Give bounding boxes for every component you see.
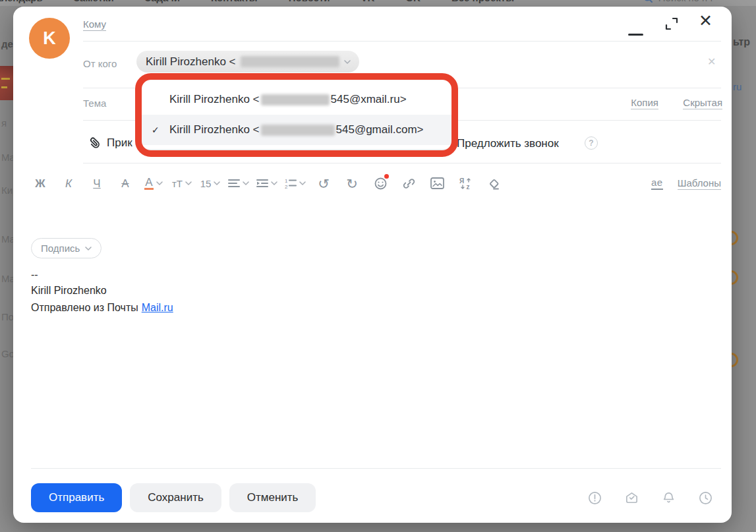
- redo-button[interactable]: ↻: [341, 173, 363, 194]
- link-icon: [402, 177, 416, 191]
- chevron-down-icon: [156, 181, 163, 185]
- image-icon: [430, 177, 444, 190]
- chevron-down-icon: [344, 60, 351, 64]
- footer-buttons: Отправить Сохранить Отменить: [31, 483, 316, 512]
- insert-image-button[interactable]: [426, 173, 448, 194]
- from-option-prefix: Kirill Pirozhenko <: [169, 93, 260, 106]
- text-color-button[interactable]: A: [142, 173, 165, 194]
- save-button[interactable]: Сохранить: [130, 483, 221, 512]
- importance-button[interactable]: [587, 490, 602, 506]
- font-size-button[interactable]: 15: [199, 173, 221, 194]
- compose-window: K Кому ✕ От кого Kirill Pirozhenko < ✕ Т…: [13, 7, 732, 523]
- bg-fragment: я: [1, 117, 7, 129]
- bg-ad-banner: [0, 66, 13, 100]
- emoji-button[interactable]: [369, 173, 392, 194]
- to-field-label[interactable]: Кому: [83, 18, 106, 31]
- masked-email: [241, 56, 339, 67]
- chevron-down-icon: [299, 181, 306, 185]
- chevron-down-icon: [185, 181, 192, 185]
- underline-button[interactable]: Ч: [86, 173, 108, 194]
- underline-label: Ч: [93, 178, 100, 189]
- from-address-chip[interactable]: Kirill Pirozhenko <: [136, 51, 359, 73]
- align-button[interactable]: [227, 173, 250, 194]
- send-button[interactable]: Отправить: [31, 483, 122, 512]
- bg-tab-all-projects: Все проекты: [451, 0, 514, 3]
- indent-button[interactable]: [256, 173, 278, 194]
- cancel-button[interactable]: Отменить: [229, 483, 316, 512]
- bg-tab-calendar: Календарь: [0, 0, 43, 3]
- chevron-down-icon: [271, 181, 277, 185]
- divider: [83, 163, 721, 163]
- from-option-suffix: 545@xmail.ru>: [331, 93, 407, 106]
- signature-name: Kirill Pirozhenko: [31, 285, 107, 297]
- signature-selector[interactable]: Подпись: [31, 238, 102, 258]
- clear-from-icon[interactable]: ✕: [707, 57, 716, 67]
- chevron-down-icon: [214, 181, 220, 185]
- cc-button[interactable]: Копия: [631, 97, 658, 109]
- align-icon: [228, 179, 240, 188]
- bg-fragment-right: ru: [733, 81, 741, 92]
- signature-sent-line: Отправлено из ПочтыMail.ru: [31, 302, 173, 314]
- receipt-button[interactable]: [624, 490, 639, 506]
- attach-file-button[interactable]: Прик: [86, 136, 132, 150]
- clear-formatting-button[interactable]: [482, 173, 505, 194]
- formatting-toolbar: Ж К Ч А A тТ 15 12 ↺ ↻: [29, 170, 505, 196]
- strikethrough-button[interactable]: А: [114, 173, 136, 194]
- templates-button[interactable]: Шаблоны: [678, 177, 721, 190]
- bcc-button[interactable]: Скрытая: [683, 97, 722, 109]
- from-option-gmail[interactable]: ✓ Kirill Pirozhenko < 545@gmail.com>: [142, 115, 451, 145]
- close-icon[interactable]: ✕: [699, 13, 712, 29]
- numbered-list-button[interactable]: 12: [284, 173, 306, 194]
- mailru-link[interactable]: Mail.ru: [142, 302, 173, 313]
- translate-button[interactable]: Яz: [454, 173, 477, 194]
- envelope-check-icon: [624, 490, 639, 506]
- redo-icon: ↻: [346, 177, 358, 191]
- checkmark-icon: ✓: [152, 125, 160, 135]
- background-top-nav: Календарь Заметки Задачи Контакты Новост…: [0, 0, 756, 6]
- signature-sent-text: Отправлено из Почты: [31, 302, 138, 313]
- from-option-xmail[interactable]: Kirill Pirozhenko < 545@xmail.ru>: [142, 84, 451, 115]
- undo-button[interactable]: ↺: [312, 173, 335, 194]
- bg-search-text: Поиск по пч: [658, 0, 712, 3]
- strikethrough-label: А: [121, 178, 129, 189]
- insert-link-button[interactable]: [397, 173, 420, 194]
- avatar: K: [29, 18, 70, 59]
- schedule-send-button[interactable]: [698, 490, 713, 506]
- eraser-icon: [487, 177, 501, 191]
- spellcheck-button[interactable]: ае: [651, 177, 663, 189]
- masked-email: [261, 125, 335, 136]
- minimize-button[interactable]: [628, 34, 643, 36]
- svg-text:2: 2: [285, 184, 288, 189]
- masked-email: [261, 94, 330, 105]
- bg-tab-vk: VK: [361, 0, 375, 3]
- paperclip-icon: [83, 133, 103, 153]
- translate-icon: Яz: [459, 177, 473, 191]
- bell-icon: [661, 490, 676, 506]
- subject-field-label: Тема: [83, 98, 106, 109]
- bold-label: Ж: [35, 178, 45, 189]
- message-body-editor[interactable]: [13, 198, 732, 459]
- undo-icon: ↺: [318, 177, 330, 191]
- help-icon[interactable]: ?: [585, 136, 598, 150]
- suggest-call-button[interactable]: Предложить звонок: [457, 137, 559, 150]
- font-size-value: 15: [200, 179, 212, 189]
- bold-button[interactable]: Ж: [29, 173, 51, 194]
- expand-button[interactable]: [664, 16, 680, 34]
- screen: Календарь Заметки Задачи Контакты Новост…: [0, 0, 756, 532]
- reminder-button[interactable]: [661, 490, 676, 506]
- indent-icon: [256, 179, 268, 188]
- from-address-dropdown: Kirill Pirozhenko < 545@xmail.ru> ✓ Kiri…: [142, 80, 451, 149]
- bg-search: Поиск по пч: [643, 0, 712, 3]
- svg-text:1: 1: [285, 178, 288, 184]
- attach-file-label: Прик: [107, 136, 132, 150]
- bg-tab-news: Новости: [289, 0, 330, 3]
- text-color-label: A: [144, 177, 153, 191]
- svg-text:z: z: [466, 183, 469, 191]
- italic-label: К: [65, 178, 72, 189]
- font-style-button[interactable]: тТ: [171, 173, 193, 194]
- italic-button[interactable]: К: [57, 173, 80, 194]
- svg-text:Я: Я: [459, 177, 464, 184]
- from-option-prefix: Kirill Pirozhenko <: [169, 123, 260, 136]
- avatar-letter: K: [43, 28, 56, 49]
- from-option-suffix: 545@gmail.com>: [336, 123, 424, 136]
